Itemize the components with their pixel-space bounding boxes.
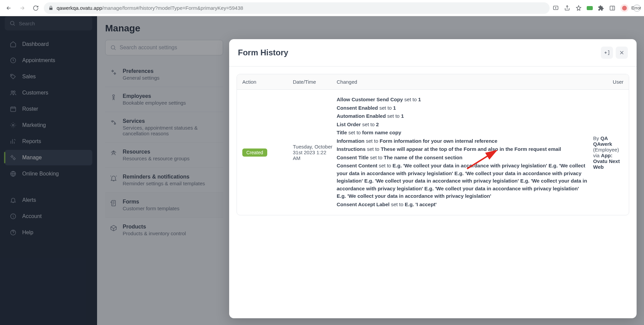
bookmark-icon[interactable] bbox=[575, 5, 582, 11]
history-table: Action Date/Time Changed User Created Tu… bbox=[237, 74, 629, 215]
back-button[interactable] bbox=[3, 3, 14, 13]
error-button[interactable]: Error bbox=[633, 5, 641, 11]
profile-avatar[interactable] bbox=[620, 4, 628, 12]
col-datetime: Date/Time bbox=[293, 79, 337, 85]
svg-rect-1 bbox=[610, 6, 615, 10]
cell-user: By QA QAwerk (Employee) via App: Ovatu N… bbox=[593, 135, 623, 170]
cell-action: Created bbox=[242, 148, 293, 157]
modal-body: Action Date/Time Changed User Created Tu… bbox=[229, 66, 637, 318]
table-header: Action Date/Time Changed User bbox=[237, 74, 629, 90]
expand-button[interactable] bbox=[601, 47, 613, 59]
browser-actions: Error bbox=[552, 4, 641, 12]
modal-title: Form History bbox=[238, 48, 288, 57]
close-button[interactable] bbox=[616, 47, 628, 59]
forward-button[interactable] bbox=[17, 3, 28, 13]
col-user: User bbox=[593, 79, 623, 85]
lock-icon bbox=[49, 6, 53, 10]
reload-button[interactable] bbox=[30, 3, 41, 13]
install-icon[interactable] bbox=[552, 5, 559, 11]
form-history-modal: Form History Action Date/Time Changed Us… bbox=[229, 39, 637, 318]
camera-icon[interactable] bbox=[587, 6, 593, 10]
col-action: Action bbox=[242, 79, 293, 85]
address-bar[interactable]: qawerkqa.ovatu.app/manage/forms#/history… bbox=[44, 2, 550, 14]
cell-changes: Allow Customer Send Copy set to 1Consent… bbox=[337, 96, 593, 209]
share-icon[interactable] bbox=[564, 5, 571, 11]
browser-toolbar: qawerkqa.ovatu.app/manage/forms#/history… bbox=[0, 0, 644, 16]
status-badge: Created bbox=[242, 148, 267, 157]
url-text: qawerkqa.ovatu.app/manage/forms#/history… bbox=[57, 5, 545, 11]
modal-header: Form History bbox=[229, 39, 637, 66]
table-row: Created Tuesday, October 31st 2023 1:22 … bbox=[237, 90, 629, 215]
col-changed: Changed bbox=[337, 79, 593, 85]
side-panel-icon[interactable] bbox=[609, 5, 616, 11]
extensions-icon[interactable] bbox=[597, 5, 604, 11]
cell-datetime: Tuesday, October 31st 2023 1:22 AM bbox=[293, 144, 337, 161]
